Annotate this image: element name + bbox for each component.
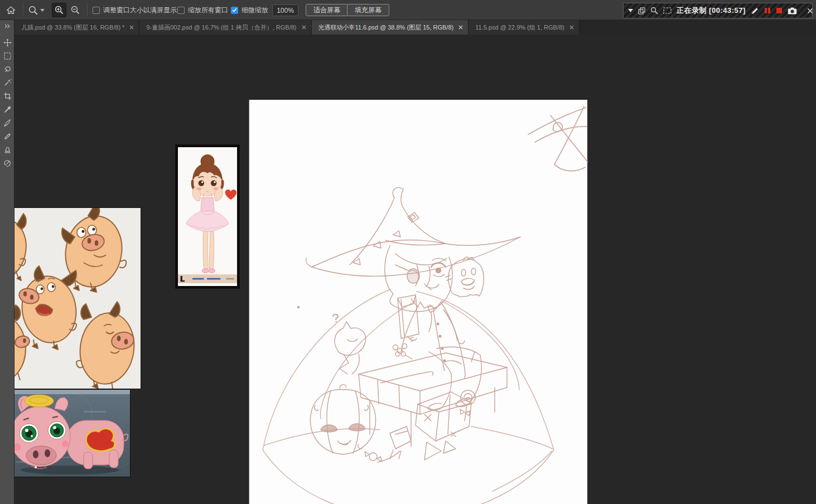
tool-eyedropper[interactable]: [0, 103, 15, 116]
zoom-in-icon: [54, 5, 64, 15]
canvas-work-area: ?: [0, 35, 816, 504]
screen-recorder-bar: 正在录制 [00:43:57]: [623, 3, 813, 18]
tool-quick-selection[interactable]: [0, 76, 15, 89]
zoom-tool-preset[interactable]: [28, 0, 45, 20]
recorder-dropdown-icon[interactable]: [628, 9, 633, 12]
sketch-question-mark: ?: [331, 311, 340, 325]
home-icon: [6, 6, 16, 15]
zoom-tool-icon: [28, 5, 38, 16]
tool-history-brush[interactable]: [0, 156, 15, 169]
tool-crop[interactable]: [0, 89, 15, 103]
recorder-magnifier-icon[interactable]: [650, 7, 658, 14]
toolbar-collapse-icon[interactable]: [0, 20, 15, 32]
recorder-close-icon[interactable]: [807, 8, 813, 14]
tab-document-3-active[interactable]: 光遇联动小宰11.6.psd @ 38.8% (图层 15, RGB/8): [312, 20, 469, 35]
pig-3d-render: [0, 390, 130, 477]
zoom-percent-field[interactable]: 100%: [272, 4, 298, 16]
witch-sketch: ?: [249, 100, 588, 504]
tool-rectangular-marquee[interactable]: [0, 49, 15, 62]
recording-status-text: 正在录制 [00:43:57]: [677, 6, 746, 16]
document-tab-bar: 儿插.psd @ 33.8% (图层 16, RGB/8) * 9-童插画002…: [15, 20, 816, 35]
tab-label: 儿插.psd @ 33.8% (图层 16, RGB/8) *: [21, 23, 124, 32]
zoom-out-icon: [70, 5, 80, 15]
tab-close-icon[interactable]: [569, 25, 574, 30]
tab-label: 光遇联动小宰11.6.psd @ 38.8% (图层 15, RGB/8): [318, 23, 454, 32]
reference-image-3d-pig-model[interactable]: [0, 390, 130, 477]
fill-screen-button[interactable]: 填充屏幕: [347, 4, 389, 16]
tool-pencil[interactable]: [0, 129, 15, 143]
tab-close-icon[interactable]: [129, 25, 134, 30]
recorder-windows-icon[interactable]: [638, 7, 645, 14]
home-button[interactable]: [3, 3, 18, 17]
tab-document-1[interactable]: 儿插.psd @ 33.8% (图层 16, RGB/8) *: [15, 20, 139, 35]
tab-document-4[interactable]: 11.5.psd @ 22.9% (组 1, RGB/8): [469, 20, 580, 35]
tab-close-icon[interactable]: [458, 25, 463, 30]
recorder-pause-icon[interactable]: [764, 7, 771, 14]
tool-brush[interactable]: [0, 116, 15, 129]
zoom-all-windows-checkbox[interactable]: [177, 7, 185, 14]
resize-windows-label: 调整窗口大小以满屏显示: [103, 6, 177, 15]
zoom-all-windows-checkbox-row: 缩放所有窗口: [177, 0, 228, 20]
document-canvas[interactable]: ?: [249, 100, 587, 504]
tool-move[interactable]: [0, 36, 15, 49]
scrubby-zoom-checkbox[interactable]: [231, 7, 238, 14]
recorder-region-icon[interactable]: [663, 7, 672, 14]
scrubby-zoom-checkbox-row: 细微缩放: [231, 0, 268, 20]
tool-strip: [0, 20, 15, 504]
zoom-all-windows-label: 缩放所有窗口: [188, 6, 228, 15]
resize-windows-checkbox[interactable]: [93, 7, 100, 14]
tool-clone-stamp[interactable]: [0, 143, 15, 156]
scrubby-zoom-label: 细微缩放: [242, 6, 268, 15]
recorder-pen-icon[interactable]: [751, 7, 759, 15]
tab-close-icon[interactable]: [302, 25, 306, 30]
ballerina-illustration: [178, 147, 237, 286]
resize-windows-checkbox-row: 调整窗口大小以满屏显示: [93, 0, 177, 20]
reference-image-ballerina-girl[interactable]: [176, 145, 239, 288]
recorder-camera-icon[interactable]: [788, 7, 797, 14]
fit-screen-button[interactable]: 适合屏幕: [306, 4, 348, 16]
zoom-in-button[interactable]: [52, 3, 66, 17]
tab-document-2[interactable]: 9-童插画002.psd @ 16.7% (组 1 拷贝（合并）, RGB/8): [139, 20, 311, 35]
tool-lasso[interactable]: [0, 62, 15, 76]
chevron-down-icon: [40, 9, 45, 12]
reference-image-cartoon-pigs[interactable]: [0, 208, 141, 389]
recorder-stop-icon[interactable]: [776, 7, 783, 14]
cartoon-pigs-illustration: [0, 208, 141, 389]
zoom-out-button[interactable]: [68, 3, 83, 17]
tab-label: 11.5.psd @ 22.9% (组 1, RGB/8): [475, 23, 564, 32]
tab-label: 9-童插画002.psd @ 16.7% (组 1 拷贝（合并）, RGB/8): [146, 23, 296, 32]
